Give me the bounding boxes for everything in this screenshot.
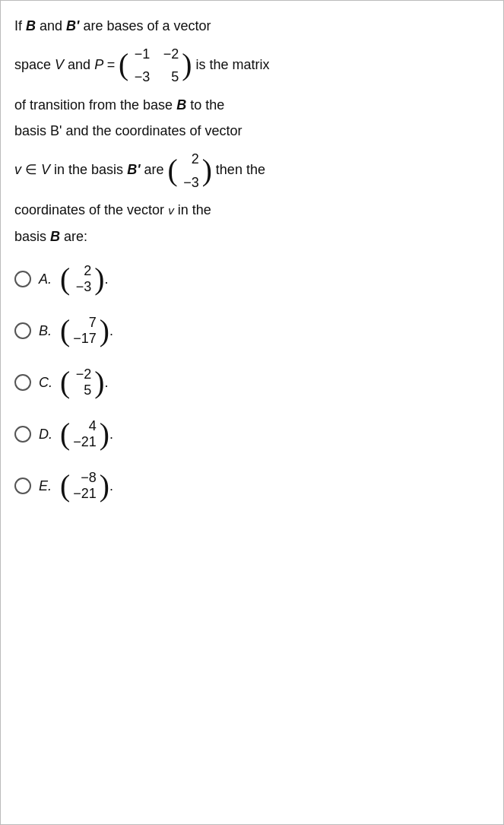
vec-C-r1: −2	[73, 366, 91, 382]
label-C: C.	[39, 375, 55, 391]
Bprime2: B'	[127, 162, 140, 177]
vec-D-v1: 4	[78, 418, 97, 434]
coord-row2: −3	[181, 171, 199, 195]
line7: basis B are:	[14, 225, 490, 249]
vec-B-body: 7 −17	[70, 313, 100, 348]
left-paren: (	[119, 41, 128, 90]
vec-A-r2: −3	[73, 279, 91, 295]
vec-A-body: 2 −3	[70, 262, 94, 297]
vec-A-right: )	[94, 262, 104, 297]
and2-word: and	[68, 57, 90, 72]
vec-E-right: )	[100, 468, 109, 503]
question-text: If B and B' are bases of a vector space …	[14, 14, 490, 248]
coord-vec: ( 2 −3 )	[167, 146, 211, 195]
vec-D-r1: 4	[73, 418, 97, 434]
vec-E-body: −8 −21	[70, 468, 100, 503]
vec-D: ( 4 −21 )	[60, 417, 109, 452]
line5: v ∈ V in the basis B' are ( 2 −3	[14, 146, 490, 195]
coord-vec-body: 2 −3	[178, 146, 202, 195]
B3: B	[50, 229, 60, 244]
vec-C-v1: −2	[73, 366, 91, 382]
v3: v	[168, 204, 174, 217]
coord-left-paren: (	[167, 146, 177, 195]
in-basis-bprime: in the basis	[54, 162, 123, 177]
vec-A: ( 2 −3 )	[60, 262, 104, 297]
line3: of transition from the base B to the	[14, 94, 490, 117]
vec-B-right: )	[100, 313, 109, 348]
vec-C-right: )	[94, 365, 104, 400]
radio-A[interactable]	[14, 271, 31, 287]
vec-B-r2: −17	[73, 331, 97, 347]
matrix-P-body: −1 −2 −3 5	[128, 41, 182, 90]
option-D[interactable]: D. ( 4 −21 ) .	[14, 417, 490, 452]
of-transition: of transition from the base	[14, 97, 173, 113]
v-in-V: v	[14, 162, 21, 177]
label-B: B.	[39, 323, 55, 339]
p22: 5	[160, 65, 179, 89]
p21: −3	[132, 65, 150, 89]
vec-E-r1: −8	[73, 470, 97, 486]
option-E[interactable]: E. ( −8 −21 ) .	[14, 468, 490, 503]
line1: If B and B' are bases of a vector	[14, 14, 490, 38]
line6: coordinates of the vector v in the	[14, 198, 490, 222]
vec-E-v2: −21	[73, 486, 97, 502]
vec-B-v2: −17	[73, 331, 97, 347]
right-paren: )	[182, 41, 192, 90]
vec-E: ( −8 −21 )	[60, 468, 109, 503]
radio-D[interactable]	[14, 426, 31, 443]
option-B[interactable]: B. ( 7 −17 ) .	[14, 313, 490, 348]
coords-of-vector: coordinates of the vector	[14, 202, 164, 217]
vec-B-r1: 7	[73, 315, 97, 331]
vec-B: ( 7 −17 )	[60, 313, 109, 348]
vec-D-left: (	[60, 417, 70, 452]
options-list: A. ( 2 −3 ) . B. (	[14, 262, 490, 503]
radio-E[interactable]	[14, 478, 31, 494]
p11: −1	[132, 43, 150, 66]
if-word: If	[14, 18, 22, 33]
vec-A-v2: −3	[73, 279, 91, 295]
vec-E-left: (	[60, 468, 70, 503]
vec-D-body: 4 −21	[70, 417, 100, 452]
line4: basis B' and the coordinates of vector	[14, 119, 490, 143]
coord1: 2	[181, 148, 199, 171]
vec-A-v1: 2	[73, 263, 91, 279]
vec-C-v2: 5	[73, 382, 91, 398]
then-the: then the	[216, 162, 265, 177]
vec-C-body: −2 5	[70, 365, 94, 400]
vec-C-left: (	[60, 365, 70, 400]
matrix-P-row1: −1 −2	[132, 43, 179, 66]
V2: V	[41, 162, 50, 177]
vec-C: ( −2 5 )	[60, 365, 104, 400]
B-label2: B	[176, 97, 186, 113]
vec-B-v1: 7	[78, 315, 97, 331]
vec-B-left: (	[60, 313, 70, 348]
basis-bprime-coords: basis B' and the coordinates of vector	[14, 123, 242, 138]
line2: space V and P = ( −1 −2 −3 5	[14, 41, 490, 90]
question-container: If B and B' are bases of a vector space …	[14, 14, 490, 503]
are-colon: are:	[64, 229, 87, 244]
are-bases: are bases of a vector	[83, 18, 211, 33]
vec-D-r2: −21	[73, 434, 97, 450]
matrix-P: ( −1 −2 −3 5 )	[119, 41, 192, 90]
vec-D-right: )	[100, 417, 109, 452]
space-word: space	[14, 57, 51, 72]
label-A: A.	[39, 271, 55, 287]
is-matrix: is the matrix	[195, 57, 269, 72]
radio-C[interactable]	[14, 374, 31, 391]
option-C[interactable]: C. ( −2 5 ) .	[14, 365, 490, 400]
matrix-P-row2: −3 5	[132, 65, 179, 89]
vec-E-v1: −8	[78, 470, 97, 486]
V-label: V	[55, 57, 64, 72]
radio-B[interactable]	[14, 322, 31, 339]
coord-right-paren: )	[202, 146, 212, 195]
vec-A-left: (	[60, 262, 70, 297]
vec-D-v2: −21	[73, 434, 97, 450]
P-equals: P =	[94, 57, 115, 72]
B-label: B	[26, 18, 36, 33]
option-A[interactable]: A. ( 2 −3 ) .	[14, 262, 490, 297]
vec-E-r2: −21	[73, 486, 97, 502]
label-E: E.	[39, 478, 55, 494]
coord-row1: 2	[181, 148, 199, 171]
and-word: and	[40, 18, 62, 33]
vec-A-r1: 2	[73, 263, 91, 279]
